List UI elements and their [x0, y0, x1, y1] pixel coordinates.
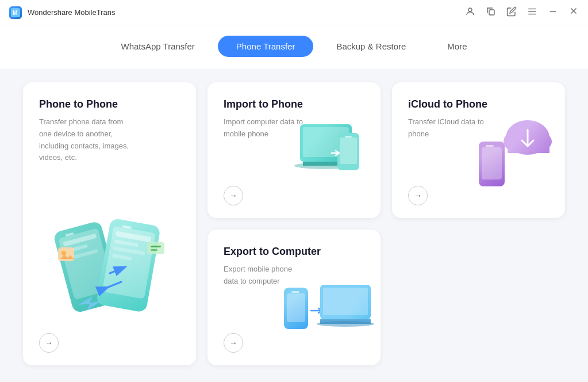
- svg-rect-34: [345, 136, 352, 137]
- svg-rect-45: [291, 291, 299, 293]
- title-bar: M Wondershare MobileTrans: [0, 0, 588, 25]
- export-illustration: [281, 273, 376, 348]
- card-import-arrow[interactable]: →: [224, 186, 243, 205]
- card-export-title: Export to Computer: [224, 246, 364, 258]
- svg-rect-23: [58, 247, 74, 261]
- app-icon: M: [9, 6, 22, 19]
- card-icloud-to-phone[interactable]: iCloud to Phone Transfer iCloud data to …: [392, 82, 565, 218]
- svg-point-24: [62, 251, 66, 255]
- title-bar-left: M Wondershare MobileTrans: [9, 6, 115, 19]
- svg-rect-44: [287, 293, 305, 322]
- svg-rect-41: [482, 147, 502, 179]
- card-export-to-computer[interactable]: Export to Computer Export mobile phone d…: [207, 230, 381, 365]
- card-phone-to-phone-title: Phone to Phone: [39, 98, 180, 110]
- phone-to-phone-illustration: [35, 190, 185, 334]
- tab-more[interactable]: More: [429, 36, 485, 57]
- svg-rect-25: [147, 242, 164, 254]
- copy-icon[interactable]: [486, 6, 496, 19]
- import-illustration: [283, 113, 375, 188]
- svg-point-2: [468, 8, 472, 12]
- svg-rect-47: [323, 288, 368, 315]
- menu-icon[interactable]: [527, 6, 537, 19]
- content-grid: Phone to Phone Transfer phone data from …: [0, 68, 588, 379]
- profile-icon[interactable]: [465, 6, 475, 19]
- svg-rect-3: [489, 10, 494, 15]
- svg-text:M: M: [13, 10, 17, 16]
- close-icon[interactable]: [568, 6, 579, 19]
- card-export-arrow[interactable]: →: [224, 333, 243, 353]
- app-title-text: Wondershare MobileTrans: [28, 8, 115, 17]
- svg-rect-33: [340, 137, 357, 164]
- tab-whatsapp[interactable]: WhatsApp Transfer: [102, 36, 213, 57]
- tab-phone[interactable]: Phone Transfer: [218, 36, 314, 57]
- card-phone-to-phone-desc: Transfer phone data from one device to a…: [39, 116, 131, 164]
- card-import-title: Import to Phone: [224, 98, 364, 110]
- card-import-to-phone[interactable]: Import to Phone Import computer data to …: [207, 82, 381, 218]
- svg-point-49: [317, 321, 374, 327]
- svg-rect-27: [151, 249, 157, 251]
- svg-rect-26: [151, 246, 161, 247]
- minimize-icon[interactable]: [548, 6, 558, 19]
- nav-bar: WhatsApp Transfer Phone Transfer Backup …: [0, 25, 588, 68]
- card-icloud-title: iCloud to Phone: [408, 98, 549, 110]
- card-icloud-arrow[interactable]: →: [408, 186, 428, 205]
- tab-backup[interactable]: Backup & Restore: [318, 36, 424, 57]
- icloud-illustration: [473, 113, 562, 188]
- card-phone-to-phone[interactable]: Phone to Phone Transfer phone data from …: [23, 82, 196, 365]
- edit-icon[interactable]: [506, 6, 517, 19]
- card-phone-to-phone-arrow[interactable]: →: [39, 333, 59, 353]
- svg-rect-42: [486, 145, 494, 147]
- title-bar-controls: [465, 6, 579, 19]
